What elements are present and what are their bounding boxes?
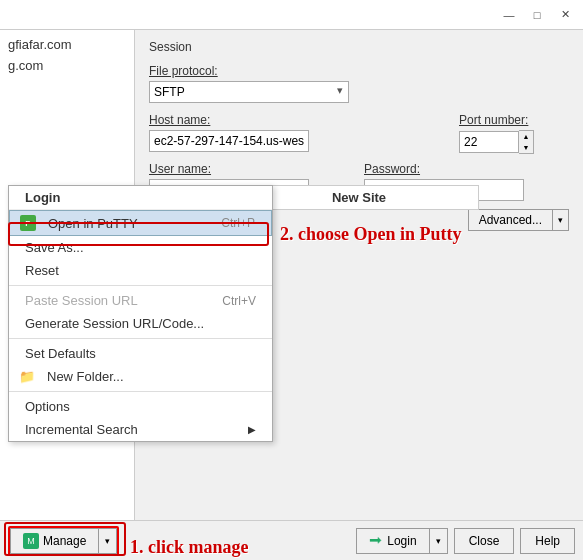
login-icon: ⮕: [369, 533, 383, 549]
reset-label: Reset: [25, 263, 59, 278]
host-name-label: Host name:: [149, 113, 449, 127]
file-protocol-select[interactable]: SFTP FTP SCP: [149, 81, 349, 103]
new-folder-label: New Folder...: [47, 369, 124, 384]
port-label: Port number:: [459, 113, 569, 127]
bottom-toolbar: M Manage ▾ ⮕ Login ▾ Close Help: [0, 520, 583, 560]
session-label: Session: [149, 40, 569, 54]
port-section: Port number: ▲ ▼: [459, 113, 569, 154]
minimize-button[interactable]: —: [495, 4, 523, 26]
title-bar: — □ ✕: [0, 0, 583, 30]
manage-button[interactable]: M Manage: [10, 528, 99, 554]
maximize-button[interactable]: □: [523, 4, 551, 26]
close-button[interactable]: Close: [454, 528, 515, 554]
port-spin-wrapper: ▲ ▼: [459, 130, 569, 154]
advanced-section: Advanced... ▾: [468, 209, 569, 231]
manage-dropdown-button[interactable]: ▾: [99, 528, 117, 554]
site-item-gcom[interactable]: g.com: [0, 55, 134, 76]
site-item-gfiafar[interactable]: gfiafar.com: [0, 34, 134, 55]
paste-session-shortcut: Ctrl+V: [222, 294, 256, 308]
file-protocol-group: File protocol: SFTP FTP SCP: [149, 64, 569, 103]
advanced-dropdown-button[interactable]: ▾: [553, 209, 569, 231]
login-button-group: ⮕ Login ▾: [356, 528, 447, 554]
port-up-button[interactable]: ▲: [519, 131, 533, 142]
manage-icon: M: [23, 533, 39, 549]
save-as-label: Save As...: [25, 240, 84, 255]
session-group: Session: [149, 40, 569, 54]
submenu-arrow-icon: ▶: [248, 424, 256, 435]
file-protocol-label: File protocol:: [149, 64, 569, 78]
login-button[interactable]: ⮕ Login: [356, 528, 429, 554]
port-spin-buttons: ▲ ▼: [519, 130, 534, 154]
new-site-label: New Site: [239, 185, 479, 210]
putty-icon: P: [18, 215, 38, 231]
set-defaults-label: Set Defaults: [25, 346, 96, 361]
incremental-search-label: Incremental Search: [25, 422, 138, 437]
options-label: Options: [25, 399, 70, 414]
main-window: gfiafar.com g.com Session File protocol:…: [0, 30, 583, 560]
menu-item-open-in-putty[interactable]: P Open in PuTTY Ctrl+P: [9, 210, 272, 236]
menu-item-paste-session-url: Paste Session URL Ctrl+V: [9, 289, 272, 312]
login-dropdown-button[interactable]: ▾: [430, 528, 448, 554]
help-button[interactable]: Help: [520, 528, 575, 554]
menu-divider-2: [9, 338, 272, 339]
file-protocol-select-wrapper: SFTP FTP SCP: [149, 81, 349, 103]
host-section: Host name:: [149, 113, 449, 152]
username-label: User name:: [149, 162, 354, 176]
menu-divider-1: [9, 285, 272, 286]
login-label: Login: [387, 534, 416, 548]
port-input[interactable]: [459, 131, 519, 153]
port-down-button[interactable]: ▼: [519, 142, 533, 153]
menu-item-set-defaults[interactable]: Set Defaults: [9, 342, 272, 365]
menu-item-new-folder[interactable]: 📁 New Folder...: [9, 365, 272, 388]
close-window-button[interactable]: ✕: [551, 4, 579, 26]
menu-item-incremental-search[interactable]: Incremental Search ▶: [9, 418, 272, 441]
host-name-input[interactable]: [149, 130, 309, 152]
manage-button-group: M Manage ▾: [8, 526, 119, 556]
context-menu: Login P Open in PuTTY Ctrl+P Save As... …: [8, 185, 273, 442]
host-port-row: Host name: Port number: ▲ ▼: [149, 113, 569, 154]
manage-label: Manage: [43, 534, 86, 548]
menu-item-open-putty-label: Open in PuTTY: [48, 216, 138, 231]
menu-section-login: Login: [9, 186, 272, 210]
menu-item-options[interactable]: Options: [9, 395, 272, 418]
menu-divider-3: [9, 391, 272, 392]
menu-item-generate-session[interactable]: Generate Session URL/Code...: [9, 312, 272, 335]
password-label: Password:: [364, 162, 569, 176]
menu-item-reset[interactable]: Reset: [9, 259, 272, 282]
advanced-button[interactable]: Advanced...: [468, 209, 553, 231]
folder-icon: 📁: [17, 369, 37, 384]
paste-session-label: Paste Session URL: [25, 293, 138, 308]
menu-item-save-as[interactable]: Save As...: [9, 236, 272, 259]
generate-session-label: Generate Session URL/Code...: [25, 316, 204, 331]
open-putty-shortcut: Ctrl+P: [221, 216, 255, 230]
